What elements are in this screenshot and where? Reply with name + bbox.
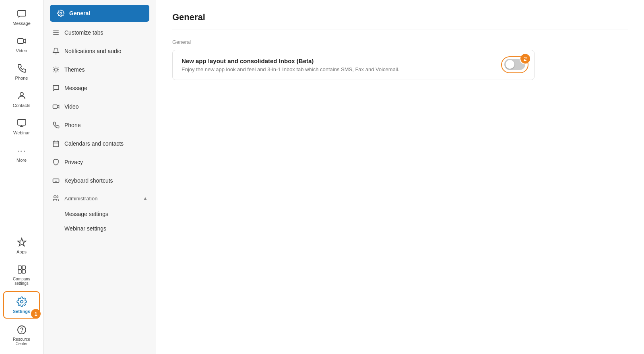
- settings-label-general: General: [69, 10, 90, 16]
- svg-point-24: [54, 196, 56, 198]
- nav-item-resource-center[interactable]: Resource Center: [3, 320, 40, 350]
- svg-rect-0: [18, 10, 26, 16]
- settings-menu-item-notifications[interactable]: Notifications and audio: [43, 42, 156, 60]
- settings-label-phone: Phone: [64, 122, 80, 128]
- company-settings-icon: [16, 264, 27, 275]
- svg-rect-23: [53, 179, 59, 183]
- left-navigation: Message Video Phone Contacts: [0, 0, 43, 354]
- sub-menu-webinar-settings[interactable]: Webinar settings: [43, 221, 156, 236]
- svg-point-13: [60, 12, 62, 14]
- sub-menu-message-settings[interactable]: Message settings: [43, 207, 156, 221]
- nav-label-webinar: Webinar: [13, 130, 30, 135]
- svg-rect-3: [18, 119, 26, 125]
- nav-item-webinar[interactable]: Webinar: [3, 113, 40, 139]
- notifications-icon: [52, 47, 60, 56]
- settings-menu-item-privacy[interactable]: Privacy: [43, 153, 156, 171]
- toggle-badge-wrapper: 2: [495, 59, 525, 72]
- nav-label-company-settings: Company settings: [6, 277, 37, 286]
- message-settings-label: Message settings: [64, 211, 108, 217]
- settings-panel: General Customize tabs Notifications and…: [43, 0, 156, 354]
- toggle-badge-2: 2: [520, 53, 531, 64]
- apps-icon: [16, 237, 27, 248]
- message-icon: [16, 8, 27, 19]
- nav-label-contacts: Contacts: [13, 103, 30, 108]
- administration-icon: [52, 194, 60, 203]
- phone-settings-icon: [52, 121, 60, 130]
- customize-icon: [52, 28, 60, 37]
- settings-menu-item-phone[interactable]: Phone: [43, 116, 156, 134]
- svg-rect-19: [53, 141, 59, 147]
- nav-item-contacts[interactable]: Contacts: [3, 86, 40, 112]
- video-settings-icon: [52, 102, 60, 111]
- feature-card: New app layout and consolidated Inbox (B…: [172, 50, 535, 80]
- nav-label-resource-center: Resource Center: [6, 337, 37, 346]
- nav-item-video[interactable]: Video: [3, 31, 40, 57]
- settings-label-video: Video: [64, 103, 79, 110]
- nav-item-phone[interactable]: Phone: [3, 59, 40, 84]
- svg-point-17: [54, 68, 58, 71]
- settings-label-message: Message: [64, 85, 87, 91]
- svg-point-10: [20, 300, 23, 303]
- nav-item-more[interactable]: ··· More: [3, 141, 40, 167]
- settings-icon: [16, 296, 27, 307]
- settings-menu-item-calendars[interactable]: Calendars and contacts: [43, 134, 156, 153]
- toggle-knob: [506, 60, 514, 69]
- settings-menu-item-video[interactable]: Video: [43, 97, 156, 116]
- settings-menu-item-keyboard[interactable]: Keyboard shortcuts: [43, 171, 156, 190]
- settings-menu-item-message[interactable]: Message: [43, 79, 156, 97]
- settings-label-calendars: Calendars and contacts: [64, 140, 124, 147]
- svg-point-2: [20, 93, 23, 96]
- settings-label-privacy: Privacy: [64, 159, 83, 165]
- phone-icon: [16, 63, 27, 74]
- administration-label: Administration: [64, 196, 97, 202]
- resource-center-icon: [16, 324, 27, 335]
- feature-card-title: New app layout and consolidated Inbox (B…: [182, 58, 495, 64]
- nav-item-company-settings[interactable]: Company settings: [3, 260, 40, 290]
- page-title: General: [172, 12, 628, 29]
- webinar-settings-label: Webinar settings: [64, 225, 106, 232]
- main-content: General General New app layout and conso…: [156, 0, 644, 354]
- settings-label-keyboard: Keyboard shortcuts: [64, 177, 113, 184]
- settings-label-themes: Themes: [64, 66, 85, 73]
- administration-chevron: ▲: [143, 196, 148, 201]
- general-menu-icon: [56, 9, 65, 18]
- nav-label-message: Message: [12, 21, 31, 26]
- nav-label-apps: Apps: [17, 249, 27, 254]
- svg-rect-9: [22, 270, 25, 273]
- nav-label-settings: Settings: [13, 309, 30, 314]
- feature-card-content: New app layout and consolidated Inbox (B…: [182, 58, 495, 72]
- settings-badge-1: 1: [31, 309, 41, 319]
- settings-menu-item-general[interactable]: General: [50, 5, 149, 22]
- settings-label-customize: Customize tabs: [64, 29, 103, 36]
- nav-item-settings-wrapper: Settings 1: [3, 291, 40, 319]
- feature-card-description: Enjoy the new app look and feel and 3-in…: [182, 66, 495, 72]
- nav-item-apps[interactable]: Apps: [3, 233, 40, 258]
- svg-point-11: [18, 326, 26, 334]
- svg-rect-18: [53, 105, 58, 109]
- administration-section[interactable]: Administration ▲: [43, 190, 156, 207]
- contacts-icon: [16, 90, 27, 101]
- svg-rect-1: [18, 39, 23, 43]
- video-icon: [16, 35, 27, 47]
- svg-point-12: [21, 332, 22, 332]
- svg-rect-7: [22, 266, 25, 269]
- settings-menu-item-themes[interactable]: Themes: [43, 60, 156, 79]
- svg-rect-6: [18, 266, 21, 269]
- calendars-icon: [52, 139, 60, 148]
- privacy-icon: [52, 158, 60, 167]
- settings-menu-item-customize[interactable]: Customize tabs: [43, 23, 156, 42]
- nav-label-phone: Phone: [15, 76, 28, 80]
- section-label: General: [172, 39, 628, 45]
- nav-label-video: Video: [16, 48, 27, 53]
- themes-icon: [52, 65, 60, 74]
- message-settings-icon: [52, 84, 60, 93]
- keyboard-icon: [52, 176, 60, 185]
- settings-label-notifications: Notifications and audio: [64, 48, 122, 54]
- nav-item-message[interactable]: Message: [3, 4, 40, 30]
- svg-rect-8: [18, 270, 21, 273]
- webinar-icon: [16, 117, 27, 129]
- more-icon: ···: [16, 145, 27, 156]
- nav-label-more: More: [17, 158, 27, 163]
